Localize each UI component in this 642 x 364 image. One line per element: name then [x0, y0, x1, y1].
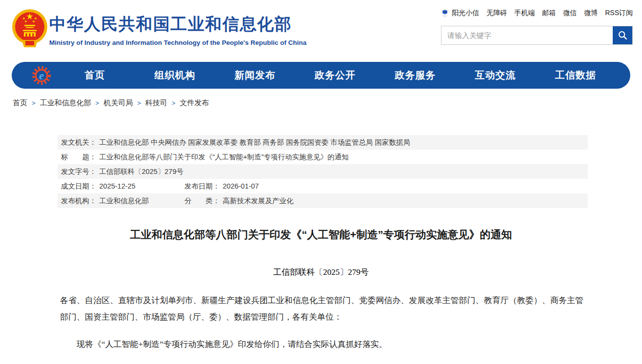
breadcrumb-separator: >	[96, 99, 100, 107]
miit-gear-logo-icon: e	[30, 64, 53, 87]
breadcrumb-separator: >	[32, 99, 36, 107]
document-meta-table: 发文机关： 工业和信息化部 中央网信办 国家发展改革委 教育部 商务部 国务院国…	[58, 135, 588, 208]
top-link-label: 阳光小信	[452, 9, 479, 18]
meta-value: 高新技术发展及产业化	[223, 193, 294, 208]
nav-item-organization[interactable]: 组织机构	[135, 69, 215, 82]
meta-value: 工业和信息化部 中央网信办 国家发展改革委 教育部 商务部 国务院国资委 市场监…	[100, 135, 410, 150]
meta-value: 2026-01-07	[223, 179, 259, 193]
breadcrumb-item-home[interactable]: 首页	[13, 98, 27, 108]
document-title: 工业和信息化部等八部门关于印发《“人工智能+制造”专项行动实施意见》的通知	[0, 228, 642, 242]
top-link-label: 微博	[584, 9, 598, 18]
breadcrumb-item-document-release: 文件发布	[180, 98, 209, 108]
top-link-mascot[interactable]: 阳光小信	[440, 8, 479, 18]
document-number: 工信部联科〔2025〕279号	[0, 267, 642, 278]
search-button[interactable]	[613, 26, 632, 44]
top-link-rss[interactable]: RSS订阅	[605, 9, 633, 18]
breadcrumb-separator: >	[137, 99, 141, 107]
meta-label: 发文字号：	[61, 164, 97, 179]
meta-label: 成文日期：	[61, 179, 97, 193]
breadcrumb-item-departments[interactable]: 机关司局	[103, 98, 133, 108]
meta-value: 2025-12-25	[100, 179, 136, 193]
search-icon	[618, 30, 628, 40]
national-emblem-logo[interactable]	[12, 8, 48, 50]
top-link-label: 手机端	[514, 9, 535, 18]
nav-item-home[interactable]: 首页	[55, 69, 135, 82]
site-brand[interactable]: 中华人民共和国工业和信息化部 Ministry of Industry and …	[49, 13, 306, 46]
nav-item-news[interactable]: 新闻发布	[215, 69, 295, 82]
meta-row-doc-number: 发文字号： 工信部联科〔2025〕279号	[58, 164, 588, 179]
top-link-wechat[interactable]: 微信	[563, 9, 577, 18]
main-nav: e 首页 组织机构 新闻发布 政务公开 政务服务 互动交流 工信数据	[12, 62, 630, 89]
site-title: 中华人民共和国工业和信息化部	[49, 13, 306, 36]
top-links: 阳光小信 无障碍 手机端 邮箱 微信 微博 RSS订阅	[441, 8, 633, 18]
top-link-label: 无障碍	[486, 9, 507, 18]
meta-label: 标 题：	[61, 150, 97, 164]
breadcrumb-separator: >	[172, 99, 176, 107]
top-link-label: RSS订阅	[605, 9, 633, 18]
meta-row-title: 标 题： 工业和信息化部等八部门关于印发《“人工智能+制造”专项行动实施意见》的…	[58, 150, 588, 164]
search-input[interactable]	[441, 26, 613, 44]
top-link-accessibility[interactable]: 无障碍	[486, 9, 507, 18]
breadcrumb-item-science-tech[interactable]: 科技司	[145, 98, 167, 108]
meta-label: 发布日期：	[184, 179, 220, 193]
top-link-label: 微信	[563, 9, 577, 18]
top-link-mobile[interactable]: 手机端	[514, 9, 535, 18]
svg-text:e: e	[39, 69, 44, 81]
top-link-label: 邮箱	[542, 9, 556, 18]
meta-label: 分 类：	[184, 193, 220, 208]
nav-item-gov-disclosure[interactable]: 政务公开	[295, 69, 375, 82]
paragraph-salutation: 各省、自治区、直辖市及计划单列市、新疆生产建设兵团工业和信息化主管部门、党委网信…	[60, 292, 583, 326]
nav-item-gov-services[interactable]: 政务服务	[375, 69, 455, 82]
top-link-weibo[interactable]: 微博	[584, 9, 598, 18]
top-link-mail[interactable]: 邮箱	[542, 9, 556, 18]
document-body: 各省、自治区、直辖市及计划单列市、新疆生产建设兵团工业和信息化主管部门、党委网信…	[60, 292, 583, 353]
mascot-robot-icon	[440, 8, 450, 18]
search-bar	[441, 26, 633, 45]
breadcrumb-item-miit[interactable]: 工业和信息化部	[40, 98, 91, 108]
paragraph-main: 现将《“人工智能+制造”专项行动实施意见》印发给你们，请结合实际认真抓好落实。	[60, 336, 583, 353]
meta-value: 工信部联科〔2025〕279号	[100, 164, 183, 179]
meta-value: 工业和信息化部	[100, 193, 149, 208]
meta-row-issuing-authority: 发文机关： 工业和信息化部 中央网信办 国家发展改革委 教育部 商务部 国务院国…	[58, 135, 588, 150]
nav-item-interaction[interactable]: 互动交流	[455, 69, 535, 82]
breadcrumb: 首页 > 工业和信息化部 > 机关司局 > 科技司 > 文件发布	[13, 98, 642, 108]
nav-items: 首页 组织机构 新闻发布 政务公开 政务服务 互动交流 工信数据	[55, 69, 616, 82]
meta-row-dates: 成文日期： 2025-12-25 发布日期： 2026-01-07	[58, 179, 588, 193]
national-emblem-icon	[12, 8, 48, 50]
meta-row-publisher-category: 发布机构： 工业和信息化部 分 类： 高新技术发展及产业化	[58, 193, 588, 208]
meta-label: 发布机构：	[61, 193, 97, 208]
header-right: 阳光小信 无障碍 手机端 邮箱 微信 微博 RSS订阅	[441, 8, 633, 45]
meta-value: 工业和信息化部等八部门关于印发《“人工智能+制造”专项行动实施意见》的通知	[100, 150, 349, 164]
site-header: 中华人民共和国工业和信息化部 Ministry of Industry and …	[0, 0, 642, 57]
nav-item-miit-data[interactable]: 工信数据	[536, 69, 616, 82]
meta-label: 发文机关：	[61, 135, 97, 150]
site-subtitle: Ministry of Industry and Information Tec…	[49, 39, 306, 46]
